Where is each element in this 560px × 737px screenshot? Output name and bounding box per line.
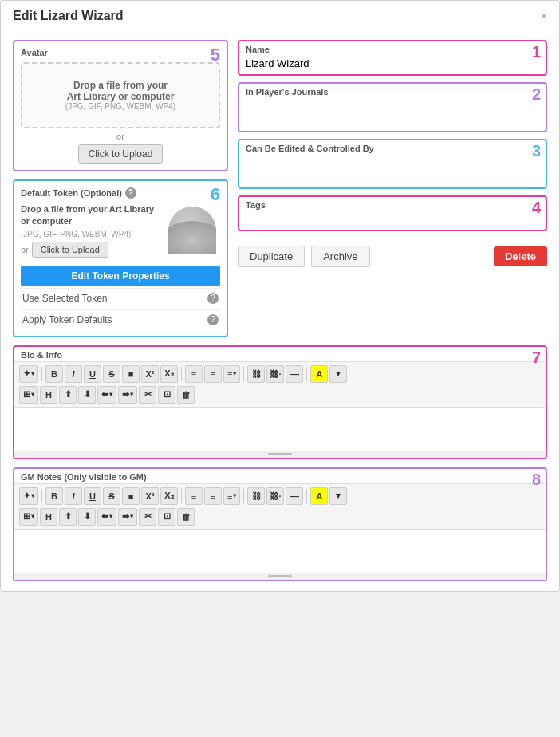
- gm-section-label: GM Notes (Only visible to GM): [14, 469, 546, 483]
- token-help-icon[interactable]: ?: [125, 187, 136, 199]
- gm-format-btn[interactable]: ■: [122, 487, 140, 505]
- gm-indent-right-btn[interactable]: ➡▾: [118, 508, 137, 526]
- journals-input[interactable]: [239, 98, 546, 128]
- bio-bold-btn[interactable]: B: [45, 365, 63, 383]
- gm-sup-btn[interactable]: X²: [141, 487, 159, 505]
- controlled-by-input[interactable]: [239, 155, 546, 185]
- bio-hr-btn[interactable]: —: [286, 365, 303, 383]
- bio-strike-btn[interactable]: S: [103, 365, 120, 383]
- gm-link-btn[interactable]: ⛓: [247, 487, 265, 505]
- bio-h-btn[interactable]: H: [40, 386, 57, 404]
- gm-strike-btn[interactable]: S: [103, 487, 120, 505]
- gm-magic-btn[interactable]: ✦▾: [19, 487, 38, 505]
- duplicate-button[interactable]: Duplicate: [238, 246, 305, 267]
- bio-ul-btn[interactable]: ≡: [204, 365, 222, 383]
- gm-color-dropdown-btn[interactable]: ▾: [329, 487, 347, 505]
- bio-indent-right-btn[interactable]: ➡▾: [118, 386, 137, 404]
- bio-outdent-btn[interactable]: ⬇: [78, 386, 96, 404]
- gm-sep3: [243, 489, 244, 503]
- dialog-body: Avatar 5 Drop a file from your Art Libra…: [1, 30, 559, 591]
- gm-highlight-btn[interactable]: A: [310, 487, 328, 505]
- gm-hr-btn[interactable]: —: [286, 487, 303, 505]
- bio-color-dropdown-btn[interactable]: ▾: [329, 365, 347, 383]
- gm-resize-handle[interactable]: [14, 573, 546, 580]
- gm-ol-btn[interactable]: ≡: [185, 487, 203, 505]
- bio-underline-btn[interactable]: U: [84, 365, 101, 383]
- tags-field-group: Tags 4: [238, 195, 547, 231]
- bio-align-btn[interactable]: ≡▾: [223, 365, 240, 383]
- edit-token-button[interactable]: Edit Token Properties: [21, 266, 220, 286]
- apply-defaults-help-icon[interactable]: ?: [207, 314, 219, 325]
- bio-delete-btn[interactable]: 🗑: [177, 386, 195, 404]
- bio-magic-btn[interactable]: ✦▾: [19, 365, 38, 383]
- gm-indent-left-btn[interactable]: ⬅▾: [97, 508, 116, 526]
- gm-outdent-btn[interactable]: ⬇: [78, 508, 96, 526]
- bio-resize-grip: [268, 453, 292, 455]
- gm-underline-btn[interactable]: U: [84, 487, 101, 505]
- delete-button[interactable]: Delete: [494, 246, 547, 266]
- gm-sub-btn[interactable]: X₂: [160, 487, 178, 505]
- name-field-group: Name 1: [238, 40, 547, 76]
- name-input[interactable]: [239, 56, 546, 74]
- gm-align-btn[interactable]: ≡▾: [223, 487, 240, 505]
- archive-button[interactable]: Archive: [311, 246, 369, 267]
- apply-defaults-label: Apply Token Defaults: [22, 314, 112, 325]
- close-button[interactable]: ×: [541, 10, 547, 22]
- name-field-number: 1: [532, 43, 541, 61]
- gm-unlink-btn[interactable]: ⛓·: [266, 487, 284, 505]
- bio-format-btn[interactable]: ■: [122, 365, 140, 383]
- bio-paste-btn[interactable]: ⊡: [158, 386, 175, 404]
- avatar-drop-text2: Art Library or computer: [30, 91, 211, 102]
- bio-sup-btn[interactable]: X²: [141, 365, 159, 383]
- bio-indent-left-btn[interactable]: ⬅▾: [97, 386, 116, 404]
- avatar-upload-button[interactable]: Click to Upload: [78, 144, 164, 164]
- use-selected-label: Use Selected Token: [22, 293, 108, 304]
- gm-content[interactable]: [14, 530, 546, 573]
- avatar-drop-text1: Drop a file from your: [30, 80, 211, 91]
- avatar-number: 5: [211, 45, 220, 65]
- gm-cut-btn[interactable]: ✂: [139, 508, 156, 526]
- bio-highlight-btn[interactable]: A: [310, 365, 328, 383]
- gm-toolbar-row1: ✦▾ B I U S ■ X² X₂ ≡ ≡ ≡▾ ⛓ ⛓·: [14, 483, 546, 530]
- gm-toolbar-first-row: ✦▾ B I U S ■ X² X₂ ≡ ≡ ≡▾ ⛓ ⛓·: [19, 487, 541, 506]
- controlled-by-number: 3: [532, 142, 541, 160]
- gm-paste-btn[interactable]: ⊡: [158, 508, 175, 526]
- avatar-drop-zone[interactable]: Drop a file from your Art Library or com…: [21, 62, 220, 128]
- use-selected-help-icon[interactable]: ?: [207, 293, 219, 304]
- controlled-by-field-group: Can Be Edited & Controlled By 3: [238, 139, 547, 189]
- bio-section-number: 7: [532, 349, 541, 367]
- bio-section-label: Bio & Info: [14, 347, 546, 361]
- avatar-file-types: (JPG, GIF, PNG, WEBM, WP4): [30, 102, 211, 111]
- gm-toolbar-second-row: ⊞▾ H ⬆ ⬇ ⬅▾ ➡▾ ✂ ⊡ 🗑: [19, 507, 541, 526]
- bio-table-btn[interactable]: ⊞▾: [19, 386, 38, 404]
- bio-ol-btn[interactable]: ≡: [185, 365, 203, 383]
- tags-input[interactable]: [239, 211, 546, 230]
- token-label: Default Token (Optional): [21, 188, 122, 198]
- bio-indent-btn[interactable]: ⬆: [59, 386, 77, 404]
- gm-bold-btn[interactable]: B: [45, 487, 63, 505]
- bio-resize-handle[interactable]: [14, 451, 546, 458]
- sep3: [243, 367, 244, 381]
- bio-toolbar-second-row: ⊞▾ H ⬆ ⬇ ⬅▾ ➡▾ ✂ ⊡ 🗑: [19, 385, 541, 404]
- gm-delete-btn[interactable]: 🗑: [177, 508, 195, 526]
- bio-link-btn[interactable]: ⛓: [247, 365, 265, 383]
- gm-h-btn[interactable]: H: [40, 508, 57, 526]
- right-column: Name 1 In Player's Journals 2 Can Be Edi…: [238, 40, 547, 337]
- bio-unlink-btn[interactable]: ⛓·: [266, 365, 284, 383]
- bio-content[interactable]: [14, 408, 546, 451]
- bio-italic-btn[interactable]: I: [65, 365, 82, 383]
- bio-section: Bio & Info 7 ✦▾ B I U S ■ X² X₂ ≡: [13, 345, 547, 459]
- left-column: Avatar 5 Drop a file from your Art Libra…: [13, 40, 228, 337]
- bio-magic-group: ✦▾: [19, 365, 38, 383]
- token-drop-text: Drop a file from your Art Library or com…: [21, 203, 158, 228]
- gm-ul-btn[interactable]: ≡: [204, 487, 222, 505]
- token-upload-button[interactable]: Click to Upload: [32, 242, 108, 258]
- gm-italic-btn[interactable]: I: [65, 487, 82, 505]
- bio-sub-btn[interactable]: X₂: [160, 365, 178, 383]
- bio-cut-btn[interactable]: ✂: [139, 386, 156, 404]
- gm-table-btn[interactable]: ⊞▾: [19, 508, 38, 526]
- token-avatar-body: [168, 221, 216, 254]
- journals-field-label: In Player's Journals: [239, 84, 546, 98]
- gm-indent-btn[interactable]: ⬆: [59, 508, 77, 526]
- controlled-by-label: Can Be Edited & Controlled By: [239, 140, 546, 155]
